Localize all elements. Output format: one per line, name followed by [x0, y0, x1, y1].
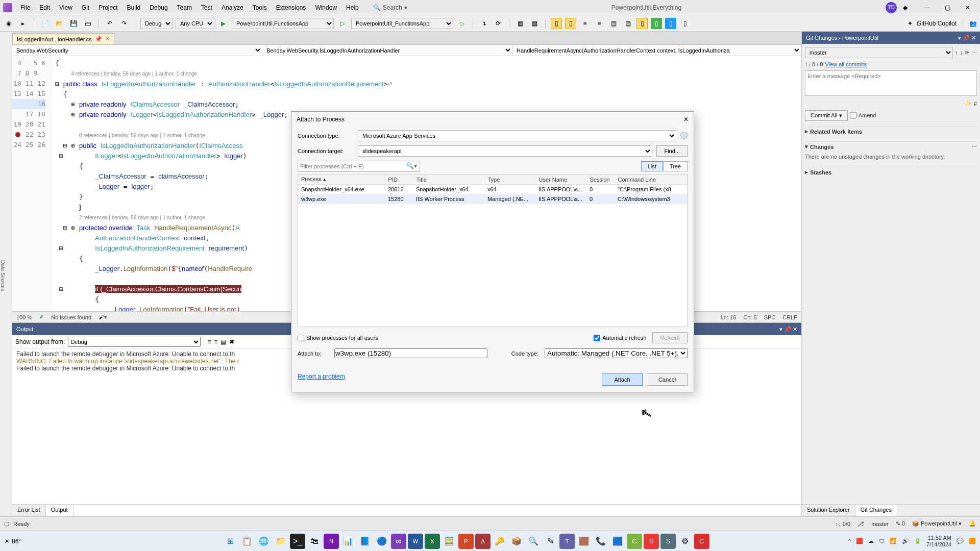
conn-target-select[interactable]: slidespeakerapi: [358, 145, 652, 157]
tb-hl-3[interactable]: ▯: [636, 18, 648, 29]
close-tab-icon[interactable]: ✕: [105, 36, 110, 42]
tb-hl-1[interactable]: ▯: [551, 18, 562, 29]
volume-icon[interactable]: 🔊: [902, 538, 909, 544]
excel-icon[interactable]: X: [425, 534, 440, 549]
access-icon[interactable]: A: [475, 534, 491, 549]
menu-file[interactable]: File: [16, 2, 34, 13]
app-icon[interactable]: 📊: [340, 534, 356, 549]
push-icon[interactable]: ↑: [955, 49, 958, 56]
crumb-class[interactable]: Benday.WebSecurity.IsLoggedInAuthorizati…: [262, 45, 512, 56]
pin-icon[interactable]: 📌: [95, 36, 102, 42]
settings-icon[interactable]: ⚙: [677, 534, 693, 549]
refresh-button[interactable]: Refresh: [652, 332, 688, 343]
app-icon[interactable]: 🔑: [492, 534, 507, 549]
app-icon[interactable]: 🟫: [576, 534, 592, 549]
startup-select-2[interactable]: PowerpointUtil_FunctionsApp: [351, 18, 453, 29]
diamond-icon[interactable]: ◆: [903, 4, 908, 11]
onenote-icon[interactable]: N: [324, 534, 339, 549]
word-icon[interactable]: W: [408, 534, 423, 549]
menu-analyze[interactable]: Analyze: [217, 2, 248, 13]
sync-status[interactable]: ↑↓ 0/0: [836, 521, 850, 527]
file-tab[interactable]: IsLoggedInAut...ionHandler.cs 📌 ✕: [12, 33, 114, 44]
pin-icon[interactable]: 📌: [963, 35, 970, 41]
play-icon[interactable]: ▷: [456, 18, 468, 29]
app-icon[interactable]: C: [694, 534, 709, 549]
process-row[interactable]: SnapshotHolder_x64.exe20612SnapshotHolde…: [298, 185, 687, 194]
menu-window[interactable]: Window: [311, 2, 341, 13]
tb-icon-7[interactable]: ▯: [679, 18, 691, 29]
app-icon[interactable]: S: [660, 534, 676, 549]
user-avatar[interactable]: TD: [886, 2, 897, 13]
more-icon[interactable]: ⋯: [971, 143, 977, 150]
menu-view[interactable]: View: [55, 2, 77, 13]
repo-icon[interactable]: ⎇: [857, 520, 864, 527]
menu-help[interactable]: Help: [342, 2, 363, 13]
zoom-level[interactable]: 100 %: [16, 314, 32, 320]
cancel-button[interactable]: Cancel: [647, 373, 688, 386]
step-icon[interactable]: ↴: [478, 18, 489, 29]
list-view-button[interactable]: List: [641, 161, 663, 171]
wifi-icon[interactable]: 📶: [890, 538, 897, 544]
sync-icon[interactable]: ⟳: [965, 49, 969, 56]
output-source-select[interactable]: Debug: [68, 337, 201, 347]
col-pid[interactable]: PID: [385, 174, 413, 185]
brush-icon[interactable]: 🖌▾: [99, 314, 107, 320]
clear-icon[interactable]: ✖: [229, 338, 234, 345]
clock-time[interactable]: 11:52 AM: [926, 535, 951, 541]
filter-input[interactable]: [298, 161, 420, 172]
app-icon[interactable]: C: [627, 534, 642, 549]
explorer-icon[interactable]: 📁: [273, 534, 288, 549]
crumb-member[interactable]: HandleRequirementAsync(AuthorizationHand…: [512, 45, 801, 56]
app-icon[interactable]: ✎: [543, 534, 558, 549]
tb-green-icon[interactable]: ▯: [651, 18, 662, 29]
new-item-icon[interactable]: 📄: [39, 18, 51, 29]
save-icon[interactable]: 💾: [68, 18, 79, 29]
app-icon[interactable]: 🔍: [526, 534, 541, 549]
pin-icon[interactable]: 📌: [784, 326, 791, 332]
config-select[interactable]: Debug: [140, 18, 173, 29]
find-button[interactable]: Find...: [656, 145, 688, 157]
more-icon[interactable]: ⋯: [971, 49, 977, 56]
show-all-users-checkbox[interactable]: [298, 335, 304, 341]
code-type-select[interactable]: Automatic: Managed (.NET Core, .NET 5+),…: [545, 348, 688, 358]
dialog-close-button[interactable]: ✕: [683, 116, 689, 123]
report-problem-link[interactable]: Report a problem: [298, 373, 345, 380]
minimize-button[interactable]: —: [918, 2, 936, 14]
close-button[interactable]: ✕: [959, 2, 977, 14]
store-icon[interactable]: 🛍: [307, 534, 322, 549]
nav-fwd-icon[interactable]: ▸: [17, 18, 29, 29]
tb-icon[interactable]: ≡: [207, 338, 211, 345]
edge-icon[interactable]: 🌐: [256, 534, 272, 549]
hash-icon[interactable]: #: [974, 101, 977, 107]
start-button[interactable]: ⊞: [223, 534, 238, 549]
nav-back-icon[interactable]: ◉: [3, 18, 14, 29]
notification-icon[interactable]: 💬: [957, 538, 964, 544]
start-icon[interactable]: ▶: [217, 18, 229, 29]
attach-button[interactable]: Attach: [602, 373, 643, 386]
tray-icon[interactable]: ☁: [868, 538, 874, 544]
view-commits-link[interactable]: View all commits: [825, 61, 867, 67]
pencil-icon[interactable]: ✎ 0: [896, 520, 905, 527]
process-row-selected[interactable]: w3wp.exe15280IIS Worker ProcessManaged (…: [298, 194, 687, 204]
bell-icon[interactable]: 🔔: [969, 520, 976, 527]
battery-icon[interactable]: 🔋: [914, 538, 921, 544]
tab-error-list[interactable]: Error List: [12, 505, 46, 516]
ai-icon[interactable]: ✨: [965, 100, 972, 107]
menu-edit[interactable]: Edit: [35, 2, 54, 13]
app-icon[interactable]: 🧮: [442, 534, 457, 549]
chevron-up-icon[interactable]: ^: [848, 538, 851, 544]
app-icon[interactable]: 📘: [357, 534, 373, 549]
col-cmd[interactable]: Command Line: [615, 174, 687, 185]
commit-message-input[interactable]: [805, 70, 977, 96]
task-icon[interactable]: 📋: [239, 534, 255, 549]
tree-view-button[interactable]: Tree: [663, 161, 688, 171]
menu-extensions[interactable]: Extensions: [272, 2, 310, 13]
col-process[interactable]: Process ▴: [298, 174, 385, 185]
col-type[interactable]: Type: [484, 174, 535, 185]
restart-icon[interactable]: ⟳: [493, 18, 504, 29]
app-icon[interactable]: 🔵: [374, 534, 389, 549]
branch-select[interactable]: master: [805, 47, 953, 58]
tab-git-changes[interactable]: Git Changes: [855, 505, 897, 516]
dropdown-icon[interactable]: ▾: [958, 35, 961, 41]
menu-debug[interactable]: Debug: [145, 2, 172, 13]
